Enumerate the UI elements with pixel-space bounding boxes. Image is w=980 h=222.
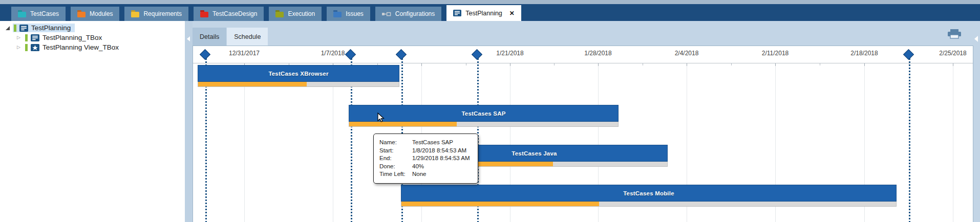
panel-splitter[interactable]: [185, 21, 193, 222]
axis-date-label: 2/11/2018: [762, 50, 789, 57]
gantt-chart: Name:TestCases SAPStart:1/8/2018 8:54:53…: [193, 46, 973, 222]
tab-label: Configurations: [395, 10, 435, 17]
tooltip-field-label: End:: [379, 154, 412, 163]
close-icon[interactable]: ✕: [509, 10, 515, 17]
folder-icon: [275, 12, 284, 17]
tooltip-field-value: 1/8/2018 8:54:53 AM: [412, 147, 472, 155]
ruler-minor-tick: [820, 63, 820, 65]
mouse-cursor: [377, 113, 385, 125]
green-status-bar-icon: [14, 25, 16, 32]
expander-closed-icon[interactable]: ▷: [15, 44, 22, 51]
window-top-strip: [0, 0, 980, 4]
tree-item-body: TestPlanning_TBox: [24, 33, 106, 42]
tooltip-field-label: Done:: [379, 163, 412, 171]
task-progress-track: [401, 202, 897, 207]
tree-item-body: TestPlanning View_TBox: [24, 43, 123, 52]
task-bar-label: TestCases Mobile: [623, 190, 674, 196]
milestone-diamond-icon[interactable]: [472, 49, 482, 60]
tab-execution[interactable]: Execution: [269, 7, 322, 21]
collapse-left-arrow-icon[interactable]: [187, 36, 190, 41]
document-icon: [31, 34, 39, 41]
milestone-diamond-icon[interactable]: [396, 49, 407, 60]
tab-configurations[interactable]: Configurations: [375, 7, 441, 21]
gantt-task-testcases-sap[interactable]: TestCases SAP: [349, 105, 619, 127]
axis-date-label: 1/21/2018: [496, 50, 523, 57]
axis-date-label: 1/7/2018: [321, 50, 345, 57]
tab-testcases[interactable]: TestCases: [11, 7, 66, 21]
gantt-task-testcases-xbrowser[interactable]: TestCases XBrowser: [198, 65, 399, 87]
folder-icon: [200, 12, 208, 17]
milestone-diamond-icon[interactable]: [200, 49, 210, 60]
star-icon: [31, 44, 39, 51]
green-status-bar-icon: [25, 44, 28, 51]
milestone-guide-line: [909, 58, 910, 222]
tab-requirements[interactable]: Requirements: [124, 7, 188, 21]
main-tab-bar: TestCasesModulesRequirementsTestCaseDesi…: [0, 4, 980, 21]
ruler-minor-tick: [731, 63, 732, 65]
task-bar[interactable]: TestCases XBrowser: [198, 65, 399, 82]
collapse-right-arrow-icon[interactable]: [974, 36, 978, 42]
tooltip-row: Time Left:None: [379, 170, 472, 179]
task-bar-label: TestCases Java: [512, 150, 557, 157]
tooltip-row: Start:1/8/2018 8:54:53 AM: [379, 147, 472, 155]
task-tooltip: Name:TestCases SAPStart:1/8/2018 8:54:53…: [373, 134, 478, 184]
tab-label: Execution: [288, 10, 315, 17]
timeline-ruler: [193, 63, 973, 63]
task-bar[interactable]: TestCases SAP: [349, 105, 619, 122]
folder-icon: [77, 12, 86, 17]
tree-item-body: TestPlanning: [13, 24, 75, 32]
tree-item-label: TestPlanning: [31, 24, 71, 32]
tooltip-field-value: 40%: [412, 163, 472, 171]
tooltip-field-value: None: [412, 170, 472, 179]
folder-icon: [333, 12, 342, 17]
axis-date-label: 2/4/2018: [675, 50, 699, 57]
green-status-bar-icon: [25, 34, 28, 41]
folder-icon: [131, 12, 139, 17]
document-icon: [19, 25, 28, 32]
task-bar[interactable]: TestCases Mobile: [401, 185, 897, 202]
tree-item-testplanning-view-tbox[interactable]: ▷TestPlanning View_TBox: [0, 42, 185, 52]
subtab-schedule[interactable]: Schedule: [227, 28, 268, 46]
plug-icon: [382, 11, 391, 17]
tab-label: TestPlanning: [465, 10, 502, 17]
milestone-diamond-icon[interactable]: [903, 49, 914, 60]
axis-date-label: 1/28/2018: [584, 50, 611, 57]
task-progress-done: [401, 202, 599, 206]
axis-date-label: 12/31/2017: [229, 50, 260, 57]
ruler-minor-tick: [466, 63, 466, 65]
gantt-task-testcases-mobile[interactable]: TestCases Mobile: [401, 185, 897, 207]
tooltip-field-value: 1/29/2018 8:54:53 AM: [412, 154, 472, 163]
task-progress-done: [349, 122, 457, 126]
folder-icon: [18, 12, 26, 17]
print-icon[interactable]: [948, 29, 961, 41]
tree-item-testplanning[interactable]: TestPlanning: [0, 23, 185, 33]
expander-open-icon[interactable]: [4, 25, 11, 31]
tab-issues[interactable]: Issues: [327, 7, 370, 21]
tree-item-testplanning-tbox[interactable]: ▷TestPlanning_TBox: [0, 33, 185, 42]
tooltip-field-label: Start:: [379, 147, 412, 155]
axis-date-label: 2/25/2018: [939, 50, 966, 57]
tab-testplanning[interactable]: TestPlanning✕: [446, 5, 521, 21]
tree-item-label: TestPlanning View_TBox: [42, 43, 119, 51]
ruler-tick: [510, 63, 510, 66]
week-gridline: [953, 63, 953, 222]
ruler-tick: [775, 63, 776, 66]
ruler-tick: [864, 63, 865, 66]
tab-label: Issues: [346, 10, 364, 17]
expander-closed-icon[interactable]: ▷: [15, 34, 22, 41]
tooltip-field-label: Time Left:: [379, 170, 412, 179]
task-bar-label: TestCases XBrowser: [268, 71, 328, 77]
tab-modules[interactable]: Modules: [71, 7, 119, 21]
tree-panel: TestPlanning▷TestPlanning_TBox▷TestPlann…: [0, 21, 185, 222]
schedule-subtab-bar: DetailsSchedule: [193, 21, 980, 46]
milestone-diamond-icon[interactable]: [345, 49, 356, 60]
tab-label: TestCaseDesign: [212, 10, 257, 17]
tab-label: Requirements: [143, 10, 182, 17]
tooltip-field-value: TestCases SAP: [412, 139, 472, 147]
tab-testcasedesign[interactable]: TestCaseDesign: [194, 7, 264, 21]
task-bar-label: TestCases SAP: [461, 110, 505, 117]
tooltip-row: Done:40%: [379, 163, 472, 171]
subtab-details[interactable]: Details: [193, 28, 226, 46]
document-icon: [453, 10, 461, 16]
application-window: TestCasesModulesRequirementsTestCaseDesi…: [0, 0, 980, 222]
